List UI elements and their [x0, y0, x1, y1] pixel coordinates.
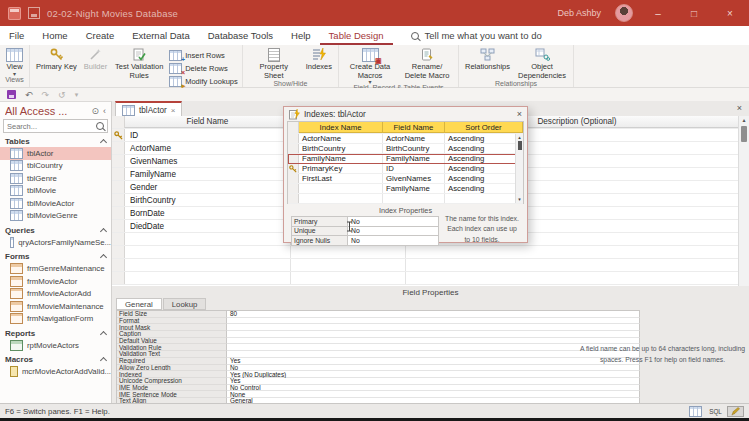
design-grid-row-empty[interactable] [112, 259, 749, 272]
nav-item-tblcountry[interactable]: tblCountry [0, 160, 111, 173]
shutter-bar-close-icon[interactable]: ‹ [103, 106, 106, 116]
nav-item-query[interactable]: qryActorsFamilyNameSe... [0, 236, 111, 249]
row-selector[interactable] [112, 207, 125, 219]
tab-table-design[interactable]: Table Design [320, 26, 393, 45]
datasheet-view-button[interactable] [687, 406, 704, 417]
property-sheet-button[interactable]: Property Sheet [247, 47, 301, 80]
tell-me-search[interactable]: Tell me what you want to do [411, 26, 542, 45]
property-row[interactable]: Allow Zero LengthNo [117, 365, 640, 372]
row-selector[interactable] [112, 129, 125, 141]
column-header-field-name[interactable]: Field Name [383, 122, 445, 133]
nav-item-macro[interactable]: mcrMovieActorAddValid... [0, 366, 111, 379]
dialog-scrollbar[interactable]: ▴ ▾ [515, 134, 523, 203]
nav-group-macros[interactable]: Macros [0, 354, 111, 366]
property-row[interactable]: Validation Text [117, 351, 640, 358]
avatar[interactable] [615, 4, 633, 22]
design-view-button[interactable] [727, 406, 744, 417]
nav-item-tblmovie[interactable]: tblMovie [0, 185, 111, 198]
tab-file[interactable]: File [0, 26, 33, 45]
test-validation-rules-button[interactable]: Test Validation Rules [112, 47, 166, 80]
index-row-selected[interactable]: FamilyName FamilyName Ascending [288, 154, 523, 164]
scroll-up-icon[interactable]: ▴ [516, 134, 523, 141]
nav-group-tables[interactable]: Tables [0, 135, 111, 147]
nav-group-reports[interactable]: Reports [0, 327, 111, 339]
save-icon[interactable] [7, 90, 16, 99]
tab-help[interactable]: Help [282, 26, 320, 45]
search-input[interactable] [7, 122, 96, 131]
index-row[interactable]: FamilyName Ascending [288, 184, 523, 194]
index-row[interactable]: ActorName ActorName Ascending [288, 134, 523, 144]
property-row[interactable]: Unicode CompressionYes [117, 378, 640, 385]
row-selector[interactable] [288, 174, 299, 183]
scrollbar-thumb[interactable] [741, 126, 747, 142]
nav-group-queries[interactable]: Queries [0, 224, 111, 236]
nav-item-frmmovieactor[interactable]: frmMovieActor [0, 275, 111, 288]
property-row[interactable]: Default Value [117, 338, 640, 345]
column-header-index-name[interactable]: Index Name [299, 122, 383, 133]
index-row[interactable]: FirstLast GivenNames Ascending [288, 174, 523, 184]
index-row[interactable]: BirthCountry BirthCountry Ascending [288, 144, 523, 154]
property-row[interactable]: Field Size80 [117, 311, 640, 318]
property-row[interactable]: Validation Rule [117, 344, 640, 351]
nav-item-tblactor[interactable]: tblActor [0, 147, 111, 160]
modify-lookups-button[interactable]: ▸ Modify Lookups [169, 76, 238, 87]
nav-item-frmmoviemaintenance[interactable]: frmMovieMaintenance [0, 300, 111, 313]
row-selector[interactable] [288, 154, 299, 163]
create-data-macros-button[interactable]: ▣ Create Data Macros ▾ [343, 47, 397, 84]
nav-item-rptmovieactors[interactable]: rptMovieActors [0, 339, 111, 352]
scroll-up-icon[interactable]: ▴ [739, 116, 749, 125]
nav-menu-icon[interactable]: ⊙ [91, 106, 99, 116]
design-grid-row-empty[interactable] [112, 246, 749, 259]
tab-lookup[interactable]: Lookup [163, 298, 207, 310]
close-tab-icon[interactable]: × [171, 106, 176, 115]
row-selector[interactable] [288, 184, 299, 193]
index-row[interactable]: PrimaryKey ID Ascending [288, 164, 523, 174]
row-selector[interactable] [112, 181, 125, 193]
insert-rows-button[interactable]: + Insert Rows [169, 50, 238, 61]
scroll-down-icon[interactable]: ▾ [516, 196, 523, 203]
customize-qat-icon[interactable]: ▾ [75, 91, 79, 99]
indexes-button[interactable]: Indexes [304, 47, 334, 72]
dialog-titlebar[interactable]: Indexes: tblActor × [284, 107, 527, 121]
tab-home[interactable]: Home [33, 26, 76, 45]
account-name[interactable]: Deb Ashby [557, 8, 601, 18]
index-property-row[interactable]: Ignore Nulls No [291, 236, 439, 246]
row-selector[interactable] [288, 164, 299, 173]
close-dialog-icon[interactable]: × [517, 109, 522, 119]
row-selector[interactable] [288, 144, 299, 153]
property-row[interactable]: Format [117, 318, 640, 325]
index-property-row[interactable]: Unique No [291, 227, 439, 237]
nav-item-frmmovieactoradd[interactable]: frmMovieActorAdd [0, 288, 111, 301]
design-grid-row-empty[interactable] [112, 272, 749, 285]
sql-view-button[interactable]: SQL [707, 406, 724, 417]
tab-external-data[interactable]: External Data [123, 26, 199, 45]
property-row[interactable]: IME Sentence ModeNone [117, 391, 640, 398]
close-button[interactable]: × [719, 8, 741, 19]
minimize-button[interactable]: – [647, 8, 669, 19]
scrollbar-thumb[interactable] [518, 141, 522, 150]
relationships-button[interactable]: Relationships [463, 47, 512, 72]
nav-item-tblmovieactor[interactable]: tblMovieActor [0, 197, 111, 210]
tab-create[interactable]: Create [77, 26, 124, 45]
primary-key-button[interactable]: Primary Key [34, 47, 79, 72]
row-selector[interactable] [112, 194, 125, 206]
index-property-row[interactable]: Primary No [291, 217, 439, 227]
index-row-empty[interactable] [288, 194, 523, 204]
row-selector[interactable] [112, 142, 125, 154]
property-row[interactable]: RequiredYes [117, 358, 640, 365]
nav-item-frmgenremaintenance[interactable]: frmGenreMaintenance [0, 263, 111, 276]
indexes-dialog[interactable]: Indexes: tblActor × Index Name Field Nam… [283, 106, 528, 243]
rename-delete-macro-button[interactable]: Rename/ Delete Macro [400, 47, 454, 80]
document-tab-tblactor[interactable]: tblActor × [115, 101, 182, 117]
nav-search-box[interactable] [3, 119, 108, 133]
row-selector[interactable] [112, 168, 125, 180]
nav-item-tblmoviegenre[interactable]: tblMovieGenre [0, 210, 111, 223]
delete-rows-button[interactable]: × Delete Rows [169, 63, 238, 74]
undo-icon[interactable]: ↶ [25, 90, 33, 100]
object-dependencies-button[interactable]: Object Dependencies [515, 47, 569, 80]
nav-item-frmnavigationform[interactable]: frmNavigationForm [0, 313, 111, 326]
row-selector[interactable] [112, 155, 125, 167]
close-document-icon[interactable]: × [737, 103, 742, 113]
property-row[interactable]: IME ModeNo Control [117, 385, 640, 392]
view-button[interactable]: View ▾ [4, 47, 25, 76]
